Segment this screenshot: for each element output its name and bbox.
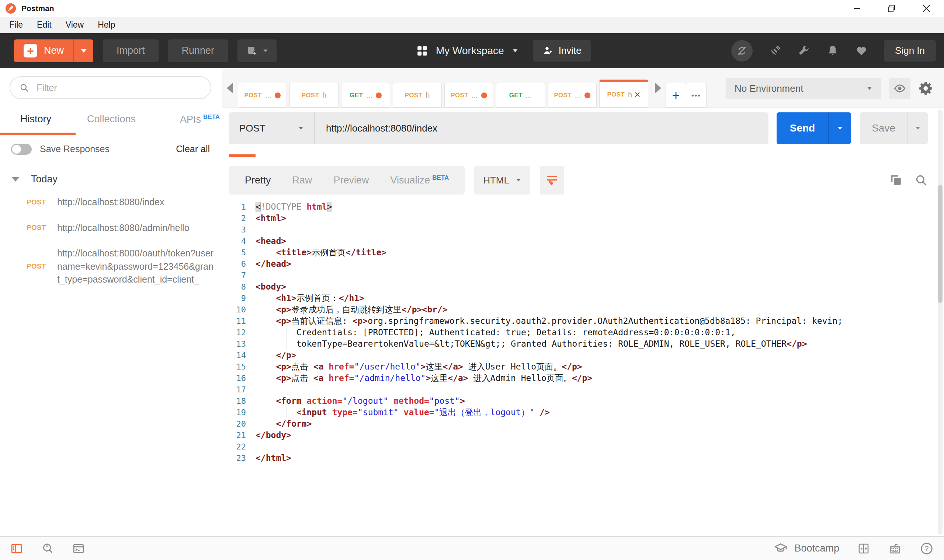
tab-method-label: POST [244, 92, 262, 99]
tab-options-button[interactable]: ••• [686, 83, 706, 108]
scroll-tabs-left-icon[interactable] [227, 83, 233, 94]
code-text: <p>登录成功后，自动跳转到这里</p><br/> [256, 304, 448, 315]
code-token: 点击 [291, 362, 313, 371]
request-tab[interactable]: POST... [444, 83, 494, 108]
method-select[interactable]: POST [229, 112, 315, 144]
history-item[interactable]: POSThttp://localhost:8080/admin/hello [0, 215, 221, 241]
tab-title: h [628, 91, 632, 99]
save-responses-label: Save Responses [40, 144, 110, 154]
new-button-main[interactable]: + New [14, 39, 73, 62]
satellite-icon[interactable] [769, 45, 781, 57]
sync-disabled-icon[interactable] [731, 40, 753, 62]
heart-icon[interactable] [855, 45, 868, 57]
line-number: 16 [222, 372, 246, 384]
close-icon[interactable] [920, 2, 933, 15]
code-token: <p> [276, 316, 291, 326]
environment-select[interactable]: No Environment [726, 78, 881, 99]
response-view-visualize[interactable]: VisualizeBETA [380, 174, 460, 186]
save-button[interactable]: Save [860, 112, 928, 144]
find-icon[interactable] [41, 542, 54, 555]
plus-icon: + [23, 44, 37, 57]
line-number: 9 [222, 292, 246, 304]
request-tab[interactable]: GET... [496, 83, 545, 108]
environment-preview-button[interactable] [889, 78, 910, 99]
send-dropdown-button[interactable] [828, 112, 851, 144]
menu-edit[interactable]: Edit [30, 20, 59, 30]
settings-button[interactable] [917, 79, 936, 98]
menu-file[interactable]: File [2, 20, 30, 30]
toggle-sidebar-icon[interactable] [10, 542, 23, 555]
request-tab[interactable]: POST... [548, 83, 597, 108]
code-token: /> [534, 408, 550, 417]
title-bar: Postman [0, 0, 944, 17]
code-token: 进入User Hello页面。 [463, 362, 561, 371]
save-responses-row: Save Responses Clear all [0, 135, 221, 163]
filter-input[interactable] [37, 83, 202, 93]
request-tab[interactable]: POST... [238, 83, 287, 108]
search-response-icon[interactable] [915, 174, 928, 187]
invite-button[interactable]: Invite [533, 40, 591, 62]
new-dropdown-button[interactable] [73, 39, 93, 62]
main-panel: POST...POSThGET...POSThPOST...GET...POST… [222, 68, 944, 536]
search-icon [19, 82, 29, 93]
history-item[interactable]: POSThttp://localhost:8080/index [0, 189, 221, 215]
bell-icon[interactable] [826, 45, 839, 57]
help-icon[interactable]: ? [920, 542, 934, 555]
sidebar-tab-history[interactable]: History [20, 114, 51, 125]
restore-icon[interactable] [885, 2, 898, 15]
save-dropdown-button[interactable] [907, 112, 928, 144]
bootcamp-button[interactable]: Bootcamp [774, 542, 839, 555]
clear-all-link[interactable]: Clear all [176, 144, 210, 154]
scroll-tabs-right-icon[interactable] [655, 83, 661, 94]
tab-method-label: GET [350, 92, 363, 99]
code-token: </title> [346, 248, 386, 257]
add-tab-button[interactable]: + [666, 83, 686, 108]
minimize-icon[interactable] [850, 2, 864, 15]
menu-view[interactable]: View [59, 20, 91, 30]
save-responses-toggle[interactable] [11, 144, 32, 155]
code-text [256, 224, 261, 235]
indent-guide [286, 407, 287, 418]
new-button[interactable]: + New [14, 39, 93, 62]
sidebar-tab-collections[interactable]: Collections [87, 114, 136, 125]
code-token: <title> [276, 248, 312, 257]
url-input[interactable]: http://localhost:8080/index [315, 123, 437, 134]
request-tab[interactable]: POSTh [290, 83, 338, 108]
request-tab[interactable]: GET... [341, 83, 390, 108]
vertical-scrollbar[interactable] [938, 109, 942, 535]
tab-method-label: GET [509, 92, 523, 99]
request-tab[interactable]: POSTh× [599, 80, 648, 108]
scrollbar-thumb[interactable] [938, 185, 942, 303]
sidebar-tab-apis[interactable]: APIsBETA [180, 114, 220, 125]
copy-icon[interactable] [889, 174, 903, 187]
chevron-down-icon [916, 127, 920, 130]
response-language-select[interactable]: HTML [474, 166, 530, 194]
line-number: 18 [222, 395, 246, 407]
sign-in-button[interactable]: Sign In [884, 40, 936, 62]
menu-help[interactable]: Help [91, 20, 122, 30]
two-pane-view-icon[interactable] [857, 542, 870, 555]
workspace-switcher[interactable]: My Workspace Invite [416, 33, 591, 68]
send-button[interactable]: Send [777, 112, 851, 144]
code-token: > [421, 362, 426, 371]
request-tab[interactable]: POSTh [393, 83, 442, 108]
response-view-raw[interactable]: Raw [282, 175, 323, 186]
close-tab-icon[interactable]: × [634, 89, 640, 100]
response-code-editor[interactable]: 1<!DOCTYPE html>2<html>3 4<head>5 <title… [222, 201, 944, 464]
history-group-header[interactable]: Today [0, 163, 221, 189]
response-view-pretty[interactable]: Pretty [234, 175, 282, 186]
response-view-preview[interactable]: Preview [323, 175, 380, 186]
code-token: </form> [276, 419, 312, 428]
history-item[interactable]: POSThttp://localhost:8000/oauth/token?us… [0, 241, 221, 292]
wrench-icon[interactable] [797, 45, 810, 57]
runner-button[interactable]: Runner [168, 39, 228, 62]
console-icon[interactable] [72, 542, 85, 555]
new-window-button[interactable] [238, 39, 276, 62]
filter-box[interactable] [9, 76, 211, 99]
keyboard-shortcuts-icon[interactable] [888, 542, 902, 555]
wrap-lines-button[interactable] [540, 166, 564, 194]
code-token: <p> [276, 305, 291, 314]
code-token: type= [332, 408, 358, 417]
import-button[interactable]: Import [103, 39, 159, 62]
gear-icon [919, 81, 934, 96]
